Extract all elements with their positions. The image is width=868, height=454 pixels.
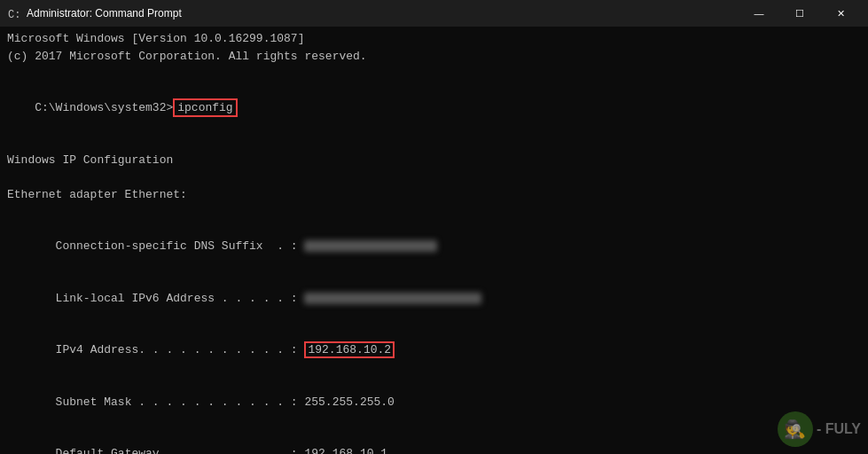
subnet-value: 255.255.255.0 — [304, 395, 394, 409]
line-empty-3 — [7, 168, 861, 186]
title-bar: C: Administrator: Command Prompt — ☐ ✕ — [0, 0, 868, 27]
maximize-button[interactable]: ☐ — [779, 0, 820, 27]
line-ip-config: Windows IP Configuration — [7, 152, 861, 169]
title-bar-left: C: Administrator: Command Prompt — [7, 6, 182, 20]
gateway-value: 192.168.10.1 — [304, 447, 387, 454]
line-version: Microsoft Windows [Version 10.0.16299.10… — [7, 30, 861, 48]
svg-text:C:: C: — [8, 9, 20, 20]
window-title: Administrator: Command Prompt — [27, 7, 182, 20]
line-empty-4 — [7, 203, 861, 221]
line-command: C:\Windows\system32>ipconfig — [7, 82, 861, 135]
line-empty-2 — [7, 134, 861, 152]
cmd-icon: C: — [7, 6, 21, 20]
line-ethernet-adapter: Ethernet adapter Ethernet: — [7, 186, 861, 204]
ipv6-link-label: Link-local IPv6 Address . . . . . : — [35, 292, 304, 305]
line-dns-suffix: Connection-specific DNS Suffix . : — [7, 221, 861, 273]
line-ipv4: IPv4 Address. . . . . . . . . . . : 192.… — [7, 325, 861, 377]
dns-suffix-value — [304, 240, 437, 252]
line-empty-1 — [7, 65, 861, 82]
watermark-icon: 🕵️ — [778, 411, 813, 447]
gateway-label: Default Gateway . . . . . . . . . : — [35, 447, 304, 454]
minimize-button[interactable]: — — [739, 0, 779, 27]
close-button[interactable]: ✕ — [820, 0, 861, 27]
ipv4-label: IPv4 Address. . . . . . . . . . . : — [35, 343, 304, 356]
line-copyright: (c) 2017 Microsoft Corporation. All righ… — [7, 48, 861, 66]
ipv6-link-value — [304, 293, 481, 304]
console-body: Microsoft Windows [Version 10.0.16299.10… — [0, 27, 868, 454]
line-ipv6-link-local: Link-local IPv6 Address . . . . . : — [7, 272, 861, 325]
ipconfig-command: ipconfig — [173, 98, 237, 117]
line-subnet: Subnet Mask . . . . . . . . . . . : 255.… — [7, 376, 861, 428]
watermark: 🕵️ - FULY — [778, 411, 861, 447]
dns-suffix-label: Connection-specific DNS Suffix . : — [35, 239, 304, 253]
subnet-label: Subnet Mask . . . . . . . . . . . : — [35, 395, 304, 409]
watermark-text: - FULY — [817, 421, 861, 437]
prompt-text: C:\Windows\system32> — [35, 101, 173, 114]
window-controls: — ☐ ✕ — [739, 0, 861, 27]
line-gateway: Default Gateway . . . . . . . . . : 192.… — [7, 428, 861, 455]
ipv4-value: 192.168.10.2 — [304, 341, 395, 358]
